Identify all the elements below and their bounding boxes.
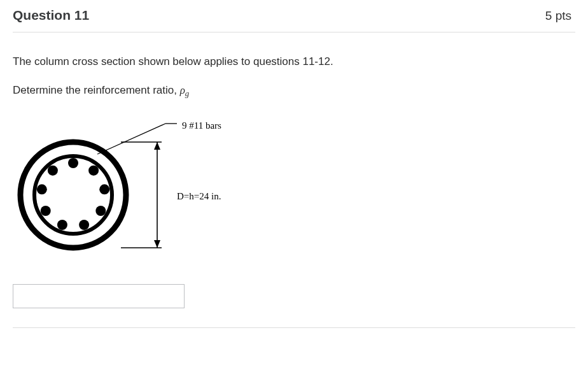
answer-input[interactable] [13, 284, 185, 308]
cross-section-svg [13, 112, 280, 259]
svg-point-14 [57, 220, 67, 230]
column-cross-section-figure: 9 #11 bars D=h=24 in. [13, 112, 280, 259]
answer-row [13, 284, 575, 308]
svg-point-9 [68, 158, 78, 168]
dimension-label: D=h=24 in. [177, 189, 221, 204]
question-body: The column cross section shown below app… [13, 32, 575, 308]
svg-point-15 [41, 206, 51, 216]
svg-point-10 [88, 166, 99, 176]
svg-point-13 [79, 220, 89, 230]
svg-marker-6 [154, 240, 160, 248]
question-header: Question 11 5 pts [13, 8, 575, 32]
svg-point-12 [95, 206, 106, 216]
rho-subscript: g [185, 90, 189, 99]
intro-text: The column cross section shown below app… [13, 53, 575, 70]
prompt-prefix: Determine the reinforcement ratio, [13, 84, 180, 96]
svg-marker-5 [154, 142, 160, 150]
question-title: Question 11 [13, 8, 89, 23]
question-points: 5 pts [545, 9, 575, 23]
bottom-divider [13, 327, 575, 328]
svg-point-11 [99, 184, 109, 194]
svg-point-17 [48, 166, 58, 176]
bars-label: 9 #11 bars [182, 118, 221, 133]
prompt-text: Determine the reinforcement ratio, ρg [13, 82, 575, 101]
svg-point-16 [37, 184, 47, 194]
rho-symbol: ρ [180, 84, 185, 96]
